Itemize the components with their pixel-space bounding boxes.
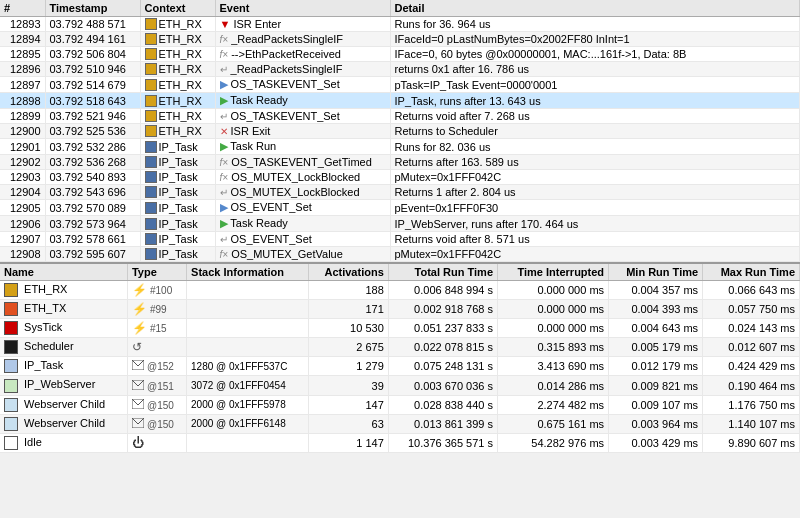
row-event: f× OS_TASKEVENT_GetTimed	[215, 155, 390, 170]
task-time-int: 3.413 690 ms	[498, 357, 609, 376]
task-stack	[187, 338, 309, 357]
row-timestamp: 03.792 518 643	[45, 93, 140, 109]
task-col-total-rt: Total Run Time	[388, 264, 497, 281]
row-num: 12896	[0, 62, 45, 77]
context-label: IP_Task	[159, 186, 198, 198]
table-row[interactable]: 12905 03.792 570 089 IP_Task ▶ OS_EVENT_…	[0, 200, 800, 216]
table-row[interactable]: 12908 03.792 595 607 IP_Task f× OS_MUTEX…	[0, 247, 800, 262]
task-name-label: SysTick	[24, 321, 62, 333]
table-row[interactable]: 12904 03.792 543 696 IP_Task ↵ OS_MUTEX_…	[0, 185, 800, 200]
task-type: ⚡ #100	[127, 281, 186, 300]
row-timestamp: 03.792 510 946	[45, 62, 140, 77]
list-item[interactable]: Webserver Child @150 2000 @ 0x1FFF5978 1…	[0, 395, 800, 414]
table-row[interactable]: 12907 03.792 578 661 IP_Task ↵ OS_EVENT_…	[0, 232, 800, 247]
task-max-rt: 0.424 429 ms	[703, 357, 800, 376]
task-time-int: 0.000 000 ms	[498, 281, 609, 300]
table-row[interactable]: 12906 03.792 573 964 IP_Task ▶ Task Read…	[0, 216, 800, 232]
row-event: f× _ReadPacketsSingleIF	[215, 32, 390, 47]
row-num: 12902	[0, 155, 45, 170]
row-event: ↵ OS_MUTEX_LockBlocked	[215, 185, 390, 200]
table-row[interactable]: 12901 03.792 532 286 IP_Task ▶ Task Run …	[0, 139, 800, 155]
list-item[interactable]: Idle ⏻ 1 147 10.376 365 571 s 54.282 976…	[0, 433, 800, 452]
row-detail: Returns to Scheduler	[390, 124, 800, 139]
task-color-badge	[4, 398, 18, 412]
row-num: 12899	[0, 109, 45, 124]
table-row[interactable]: 12893 03.792 488 571 ETH_RX ▼ ISR Enter …	[0, 17, 800, 32]
row-detail: Runs for 36. 964 us	[390, 17, 800, 32]
table-row[interactable]: 12900 03.792 525 536 ETH_RX ✕ ISR Exit R…	[0, 124, 800, 139]
task-min-rt: 0.009 107 ms	[609, 395, 703, 414]
row-num: 12895	[0, 47, 45, 62]
row-event: f× OS_MUTEX_LockBlocked	[215, 170, 390, 185]
task-type: @151	[127, 376, 186, 395]
task-min-rt: 0.012 179 ms	[609, 357, 703, 376]
task-name: ETH_TX	[0, 300, 127, 319]
row-context: ETH_RX	[140, 109, 215, 124]
task-total-rt: 0.013 861 399 s	[388, 414, 497, 433]
context-icon	[145, 63, 157, 75]
table-row[interactable]: 12894 03.792 494 161 ETH_RX f× _ReadPack…	[0, 32, 800, 47]
list-item[interactable]: ETH_TX ⚡ #99 171 0.002 918 768 s 0.000 0…	[0, 300, 800, 319]
row-event: ↵ OS_TASKEVENT_Set	[215, 109, 390, 124]
context-label: IP_Task	[159, 218, 198, 230]
task-activations: 10 530	[309, 319, 388, 338]
task-stack	[187, 433, 309, 452]
row-event: f× OS_MUTEX_GetValue	[215, 247, 390, 262]
list-item[interactable]: IP_Task @152 1280 @ 0x1FFF537C 1 279 0.0…	[0, 357, 800, 376]
task-type-val: @150	[147, 419, 174, 430]
table-row[interactable]: 12897 03.792 514 679 ETH_RX ▶ OS_TASKEVE…	[0, 77, 800, 93]
task-min-rt: 0.009 821 ms	[609, 376, 703, 395]
task-time-int: 0.315 893 ms	[498, 338, 609, 357]
row-detail: Returns void after 8. 571 us	[390, 232, 800, 247]
row-detail: IFaceId=0 pLastNumBytes=0x2002FF80 InInt…	[390, 32, 800, 47]
row-timestamp: 03.792 532 286	[45, 139, 140, 155]
task-color-badge	[4, 302, 18, 316]
row-detail: pMutex=0x1FFF042C	[390, 170, 800, 185]
row-context: ETH_RX	[140, 62, 215, 77]
context-label: IP_Task	[159, 248, 198, 260]
task-min-rt: 0.003 964 ms	[609, 414, 703, 433]
task-total-rt: 0.051 237 833 s	[388, 319, 497, 338]
task-total-rt: 10.376 365 571 s	[388, 433, 497, 452]
context-icon	[145, 110, 157, 122]
task-type: ⚡ #99	[127, 300, 186, 319]
task-type-val: @152	[147, 361, 174, 372]
row-timestamp: 03.792 570 089	[45, 200, 140, 216]
task-activations: 188	[309, 281, 388, 300]
row-event: ▶ Task Run	[215, 139, 390, 155]
task-stack	[187, 300, 309, 319]
row-num: 12898	[0, 93, 45, 109]
task-name-label: ETH_RX	[24, 283, 67, 295]
task-activations: 2 675	[309, 338, 388, 357]
list-item[interactable]: Webserver Child @150 2000 @ 0x1FFF6148 6…	[0, 414, 800, 433]
task-name: Idle	[0, 433, 127, 452]
table-row[interactable]: 12902 03.792 536 268 IP_Task f× OS_TASKE…	[0, 155, 800, 170]
list-item[interactable]: IP_WebServer @151 3072 @ 0x1FFF0454 39 0…	[0, 376, 800, 395]
task-col-activations: Activations	[309, 264, 388, 281]
task-stack: 1280 @ 0x1FFF537C	[187, 357, 309, 376]
task-color-badge	[4, 436, 18, 450]
task-col-stack: Stack Information	[187, 264, 309, 281]
table-row[interactable]: 12903 03.792 540 893 IP_Task f× OS_MUTEX…	[0, 170, 800, 185]
table-row[interactable]: 12896 03.792 510 946 ETH_RX ↵ _ReadPacke…	[0, 62, 800, 77]
task-type: @152	[127, 357, 186, 376]
task-name: Webserver Child	[0, 395, 127, 414]
row-timestamp: 03.792 540 893	[45, 170, 140, 185]
context-icon	[145, 48, 157, 60]
task-name: IP_WebServer	[0, 376, 127, 395]
task-total-rt: 0.075 248 131 s	[388, 357, 497, 376]
task-max-rt: 1.176 750 ms	[703, 395, 800, 414]
task-max-rt: 0.057 750 ms	[703, 300, 800, 319]
list-item[interactable]: Scheduler ↺ 2 675 0.022 078 815 s 0.315 …	[0, 338, 800, 357]
table-row[interactable]: 12899 03.792 521 946 ETH_RX ↵ OS_TASKEVE…	[0, 109, 800, 124]
task-activations: 63	[309, 414, 388, 433]
task-col-min-rt: Min Run Time	[609, 264, 703, 281]
list-item[interactable]: SysTick ⚡ #15 10 530 0.051 237 833 s 0.0…	[0, 319, 800, 338]
context-icon	[145, 33, 157, 45]
row-num: 12903	[0, 170, 45, 185]
table-row[interactable]: 12895 03.792 506 804 ETH_RX f× -->EthPac…	[0, 47, 800, 62]
list-item[interactable]: ETH_RX ⚡ #100 188 0.006 848 994 s 0.000 …	[0, 281, 800, 300]
table-row[interactable]: 12898 03.792 518 643 ETH_RX ▶ Task Ready…	[0, 93, 800, 109]
event-table: # Timestamp Context Event Detail 12893 0…	[0, 0, 800, 262]
row-timestamp: 03.792 578 661	[45, 232, 140, 247]
